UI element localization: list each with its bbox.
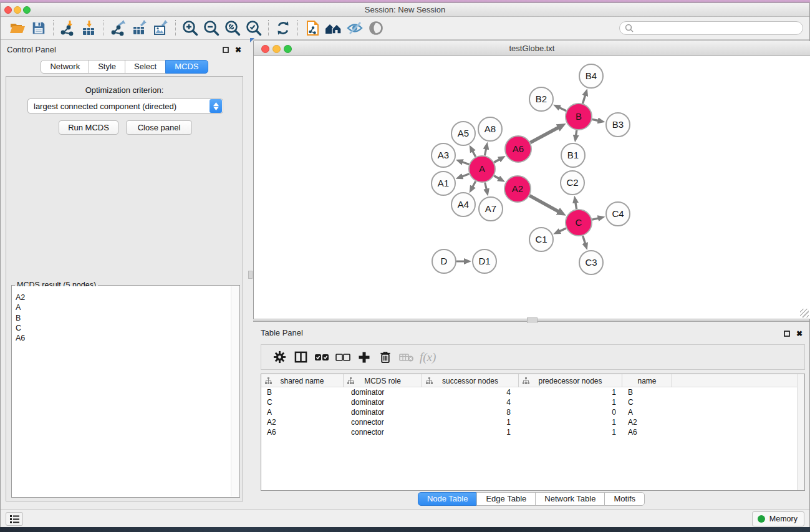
table-cell[interactable]: 1 (519, 397, 622, 407)
table-row[interactable]: A2connector11A2 (261, 417, 804, 427)
graph-edge-C-C3[interactable] (583, 236, 586, 244)
table-cell[interactable]: A6 (622, 427, 672, 437)
graph-edge-C-C1[interactable] (559, 228, 566, 231)
graph-node-A8[interactable]: A8 (478, 117, 502, 141)
optimization-criterion-dropdown[interactable]: largest connected component (directed) (27, 99, 223, 114)
home-button[interactable] (323, 18, 344, 38)
graph-node-B4[interactable]: B4 (579, 64, 603, 88)
table-cell[interactable]: 0 (519, 407, 622, 417)
graph-edge-A6-B[interactable] (530, 128, 558, 143)
table-cell[interactable]: B (622, 387, 672, 397)
show-task-history-button[interactable] (6, 512, 23, 526)
graph-node-A2[interactable]: A2 (504, 176, 531, 202)
table-cell[interactable]: dominator (344, 407, 422, 417)
mcds-result-scrollbar[interactable] (231, 286, 239, 496)
graph-node-A7[interactable]: A7 (479, 197, 503, 221)
graph-edge-A-A6[interactable] (494, 159, 499, 162)
function-builder-button[interactable]: f(x) (420, 351, 436, 364)
delete-row-button[interactable] (375, 347, 396, 368)
graph-node-A1[interactable]: A1 (432, 172, 455, 195)
graph-edge-A-A7[interactable] (485, 183, 487, 190)
table-cell[interactable]: 1 (519, 427, 622, 437)
float-panel-icon[interactable] (221, 46, 230, 54)
zoom-in-button[interactable] (180, 18, 201, 38)
graph-node-B3[interactable]: B3 (606, 113, 630, 137)
column-header-name[interactable]: name (622, 374, 672, 387)
graph-node-A4[interactable]: A4 (451, 193, 475, 216)
graph-node-B2[interactable]: B2 (529, 87, 553, 111)
import-network-button[interactable] (57, 18, 79, 38)
table-row[interactable]: Bdominator41B (261, 387, 804, 397)
column-header-successor-nodes[interactable]: successor nodes (422, 374, 519, 387)
search-input[interactable] (637, 24, 798, 33)
tab-motifs[interactable]: Motifs (604, 492, 645, 506)
graph-node-D[interactable]: D (432, 249, 456, 273)
graph-node-A5[interactable]: A5 (451, 122, 475, 145)
graph-node-C[interactable]: C (566, 210, 592, 236)
tab-mcds[interactable]: MCDS (165, 60, 208, 74)
table-settings-button[interactable] (269, 347, 290, 368)
close-panel-icon[interactable]: ✖ (234, 46, 243, 54)
graph-edge-B-B1[interactable] (576, 130, 577, 136)
table-row[interactable]: Cdominator41C (261, 397, 804, 407)
graph-node-C4[interactable]: C4 (606, 202, 630, 226)
tab-network-table[interactable]: Network Table (535, 492, 605, 506)
new-network-document-button[interactable] (302, 18, 323, 38)
vertical-splitter-handle[interactable] (248, 271, 253, 279)
graph-edge-A-A2[interactable] (494, 176, 499, 179)
delete-table-button[interactable] (396, 347, 417, 368)
table-cell[interactable]: dominator (344, 387, 422, 397)
open-session-button[interactable] (7, 18, 28, 38)
graph-edge-A-A4[interactable] (473, 181, 476, 187)
zoom-out-button[interactable] (201, 18, 222, 38)
table-row[interactable]: A6connector11A6 (261, 427, 804, 437)
save-session-button[interactable] (28, 18, 49, 38)
tab-select[interactable]: Select (125, 60, 166, 74)
mcds-result-item[interactable]: A6 (16, 333, 230, 343)
table-cell[interactable]: dominator (344, 397, 422, 407)
show-graphics-details-button[interactable] (365, 18, 387, 38)
table-cell[interactable]: 1 (519, 387, 622, 397)
column-header-shared-name[interactable]: shared name (261, 374, 344, 387)
search-field[interactable] (619, 21, 803, 35)
table-cell[interactable]: connector (344, 427, 422, 437)
tab-network[interactable]: Network (41, 60, 89, 74)
graph-edge-A-A3[interactable] (462, 162, 469, 165)
table-cell[interactable]: 4 (422, 397, 519, 407)
table-cell[interactable]: 1 (519, 417, 622, 427)
network-graph[interactable]: B4B2BB3A8A5A6A3B1AA1C2A2A4A7C4CC1C3DD1 (254, 56, 810, 319)
graph-edge-A-A8[interactable] (485, 148, 486, 155)
network-canvas[interactable]: B4B2BB3A8A5A6A3B1AA1C2A2A4A7C4CC1C3DD1 (254, 56, 810, 319)
graph-edge-C-C2[interactable] (576, 203, 577, 210)
hide-graphics-details-button[interactable] (344, 18, 365, 38)
graph-node-D1[interactable]: D1 (473, 249, 496, 273)
table-cell[interactable]: A6 (261, 427, 344, 437)
graph-node-A[interactable]: A (469, 156, 495, 182)
export-image-button[interactable] (150, 18, 171, 38)
table-cell[interactable]: A (261, 407, 344, 417)
table-cell[interactable]: C (261, 397, 344, 407)
tab-edge-table[interactable]: Edge Table (476, 492, 536, 506)
table-cell[interactable]: connector (344, 417, 422, 427)
unselect-all-columns-button[interactable] (332, 347, 354, 368)
mcds-result-item[interactable]: B (16, 313, 230, 323)
window-resize-grip[interactable] (800, 309, 809, 317)
graph-edge-C-C4[interactable] (592, 218, 599, 220)
table-cell[interactable]: C (622, 397, 672, 407)
graph-node-C2[interactable]: C2 (561, 171, 584, 195)
refresh-view-button[interactable] (272, 18, 294, 38)
table-cell[interactable]: 4 (422, 387, 519, 397)
table-row[interactable]: Adominator80A (261, 407, 804, 417)
close-panel-button[interactable]: Close panel (126, 120, 192, 135)
select-all-columns-button[interactable] (311, 347, 332, 368)
run-mcds-button[interactable]: Run MCDS (59, 120, 118, 135)
export-network-button[interactable] (108, 18, 129, 38)
graph-node-B1[interactable]: B1 (561, 143, 585, 167)
mcds-result-list[interactable]: A2ABCA6 (12, 286, 230, 496)
graph-node-B[interactable]: B (566, 104, 592, 130)
graph-edge-B-B2[interactable] (559, 108, 566, 111)
graph-node-A6[interactable]: A6 (505, 136, 531, 162)
table-cell[interactable]: 8 (422, 407, 519, 417)
table-cell[interactable]: A (622, 407, 672, 417)
column-header-predecessor-nodes[interactable]: predecessor nodes (519, 374, 622, 387)
